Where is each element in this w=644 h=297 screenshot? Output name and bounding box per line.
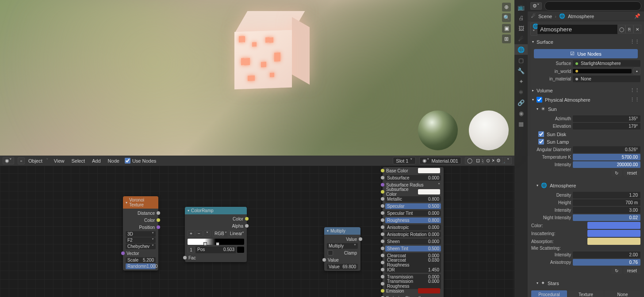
bsdf-input-row[interactable]: Transmission Roughness0.000 xyxy=(383,280,444,287)
browse-button[interactable]: ◯ xyxy=(465,157,475,164)
unlink-button[interactable]: ✕ xyxy=(633,25,641,34)
in-world-value[interactable] xyxy=(573,69,632,73)
stop-index[interactable]: 1 xyxy=(188,247,195,253)
bsdf-input-row[interactable]: Anisotropic Rotation0.000 xyxy=(383,231,444,238)
tab-render[interactable]: 📺 xyxy=(514,2,528,12)
menu-select[interactable]: Select xyxy=(69,158,87,164)
reset-button-2[interactable]: reset xyxy=(624,267,640,274)
stop-menu-button[interactable]: ˅ xyxy=(203,230,211,237)
bsdf-input-row[interactable]: Emission Strength xyxy=(383,294,444,297)
bsdf-input-row[interactable]: Subsurface Color xyxy=(383,188,444,195)
material-selector[interactable]: ◉˅ Material.001 xyxy=(419,157,461,164)
tab-output[interactable]: 🖨 xyxy=(514,12,528,23)
bsdf-input-row[interactable]: IOR1.450 xyxy=(383,266,444,273)
height-field[interactable]: 700 m xyxy=(573,199,640,206)
physical-atmosphere-panel-head[interactable]: ▾Physical Atmosphere⋮⋮ xyxy=(529,95,643,104)
temperature-field[interactable]: 5700.00 xyxy=(573,154,640,160)
world-name-input[interactable] xyxy=(537,25,617,34)
procedural-button[interactable]: Procedural xyxy=(531,290,567,297)
tab-viewlayer[interactable]: 🖼 xyxy=(514,23,528,34)
none-button[interactable]: None xyxy=(605,290,640,297)
tab-object[interactable]: ▢ xyxy=(514,55,528,65)
bsdf-input-row[interactable]: Roughness0.800 xyxy=(383,217,444,224)
node-editor[interactable]: ◉˅ ▫ Object ˅ View Select Add Node Use N… xyxy=(0,156,514,297)
interp-linear[interactable]: Linear xyxy=(228,230,241,237)
bsdf-input-row[interactable]: Sheen0.000 xyxy=(383,238,444,245)
new-button[interactable]: ⎘ xyxy=(625,25,633,34)
feature-dropdown[interactable]: F2˅ xyxy=(126,237,156,243)
atmo-intensity-field[interactable]: 3.00 xyxy=(573,207,640,213)
camera-icon[interactable]: ▣ xyxy=(502,24,511,33)
link-button[interactable]: ◯ xyxy=(617,25,625,34)
node-multiply[interactable]: ▾Multiply Value Multiply˅ Clamp Value Va… xyxy=(324,227,360,271)
reset-button[interactable]: reset xyxy=(624,170,640,176)
mie-intensity-field[interactable]: 2.00 xyxy=(573,251,640,258)
tool-icon[interactable]: ⚙ xyxy=(494,157,503,164)
bsdf-input-row[interactable]: Clearcoat Roughness0.030 xyxy=(383,259,444,266)
density-field[interactable]: 1.20 xyxy=(573,192,640,198)
refresh-button-2[interactable]: ↻ xyxy=(611,267,622,274)
tab-constraint[interactable]: 🔗 xyxy=(514,97,528,108)
scale-field[interactable]: Scale5.200 xyxy=(126,257,156,263)
color-swatch[interactable] xyxy=(587,222,640,229)
search-input[interactable] xyxy=(544,1,641,11)
clamp-checkbox[interactable] xyxy=(328,250,333,255)
anisotropy-field[interactable]: 0.76 xyxy=(573,259,640,266)
stop-color[interactable] xyxy=(237,247,244,253)
remove-stop-button[interactable]: − xyxy=(196,230,203,237)
tab-texture[interactable]: ▦ xyxy=(514,118,528,129)
sun-disk-checkbox[interactable] xyxy=(538,131,544,137)
night-intensity-field[interactable]: 0.02 xyxy=(573,214,640,221)
tab-world[interactable]: 🌐 xyxy=(514,44,528,55)
node-header[interactable]: ▾ColorRamp xyxy=(185,207,247,214)
node-colorramp[interactable]: ▾ColorRamp Color Alpha + − ˅ RGB ˅ Linea… xyxy=(185,207,247,262)
editor-type-icon[interactable]: ◉˅ xyxy=(3,157,14,164)
tab-material[interactable]: ◉ xyxy=(514,108,528,118)
elevation-field[interactable]: 179° xyxy=(573,123,640,129)
sun-subpanel-head[interactable]: ▾☀Sun xyxy=(529,104,643,114)
absorption-swatch[interactable] xyxy=(587,238,640,245)
bsdf-input-row[interactable]: Metallic0.800 xyxy=(383,195,444,202)
menu-view[interactable]: View xyxy=(52,158,66,164)
viewport-3d[interactable]: ⊕ 🔍 ▣ ⊞ xyxy=(0,0,514,156)
add-stop-button[interactable]: + xyxy=(188,230,195,237)
volume-panel-head[interactable]: ▸Volume⋮⋮ xyxy=(529,86,643,95)
node-voronoi[interactable]: ▾Voronoi Texture Distance Color Position… xyxy=(123,196,158,270)
bsdf-input-row[interactable]: Anisotropic0.000 xyxy=(383,224,444,231)
object-mode-icon[interactable]: ▫ xyxy=(18,157,25,164)
bsdf-input-row[interactable]: Specular0.500 xyxy=(383,202,444,209)
menu-add[interactable]: Add xyxy=(90,158,103,164)
metric-dropdown[interactable]: Chebychev˅ xyxy=(126,244,156,249)
node-header[interactable]: ▾Multiply xyxy=(324,227,360,235)
pos-field[interactable]: Pos0.503 xyxy=(196,247,236,253)
use-nodes-checkbox[interactable] xyxy=(125,158,130,164)
stars-subpanel-head[interactable]: ▾✦Stars xyxy=(529,278,643,288)
atmosphere-subpanel-head[interactable]: ▾🌐Atmosphere xyxy=(529,181,643,190)
bsdf-input-row[interactable]: Emission xyxy=(383,287,444,294)
colorramp-gradient[interactable] xyxy=(188,239,244,245)
surface-panel-head[interactable]: ▾Surface⋮⋮ xyxy=(529,37,643,46)
tab-modifier[interactable]: 🔧 xyxy=(514,65,528,76)
world-browse-icon[interactable]: 🌐˅ xyxy=(530,23,537,36)
dim-dropdown[interactable]: 3D˅ xyxy=(126,231,156,237)
overlay-icon[interactable]: ⊡ xyxy=(474,157,482,164)
sun-intensity-field[interactable]: 200000.00 xyxy=(573,161,640,168)
node-principled-bsdf[interactable]: Base ColorSubsurface0.000Subsurface Radi… xyxy=(383,167,444,297)
bsdf-input-row[interactable]: Base Color xyxy=(383,167,444,174)
grid-icon[interactable]: ⊞ xyxy=(502,34,511,43)
operation-dropdown[interactable]: Multiply˅ xyxy=(327,243,358,249)
bsdf-input-row[interactable]: Specular Tint0.000 xyxy=(383,209,444,217)
randomness-field[interactable]: Randomn1.000 xyxy=(126,263,156,269)
inscattering-swatch[interactable] xyxy=(587,230,640,237)
azimuth-field[interactable]: 135° xyxy=(573,115,640,122)
in-material-value[interactable]: None xyxy=(573,76,640,82)
node-header[interactable]: ▾Voronoi Texture xyxy=(123,196,158,209)
surface-value[interactable]: StarlightAtmosphere xyxy=(573,60,640,67)
texture-button[interactable]: Texture xyxy=(568,290,604,297)
options-icon[interactable]: ˅ xyxy=(505,157,512,164)
zoom-icon[interactable]: 🔍 xyxy=(502,13,511,22)
bsdf-input-row[interactable]: Subsurface0.000 xyxy=(383,174,444,181)
interp-rgb[interactable]: RGB xyxy=(212,230,224,237)
tab-particle[interactable]: ✦ xyxy=(514,76,528,87)
tab-physics[interactable]: ⚛ xyxy=(514,87,528,97)
